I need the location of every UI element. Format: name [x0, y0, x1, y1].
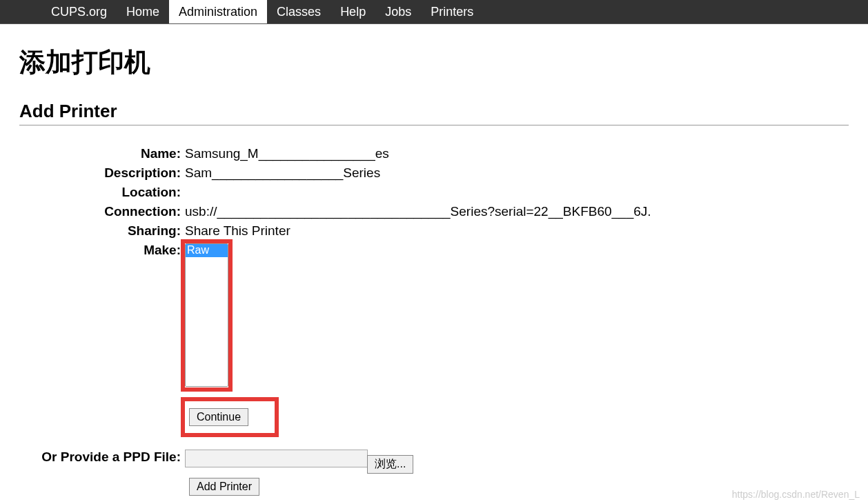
nav-printers[interactable]: Printers: [421, 0, 483, 23]
make-select[interactable]: Raw: [185, 243, 228, 387]
nav-help[interactable]: Help: [331, 0, 375, 23]
value-connection: usb://________________________________Se…: [185, 204, 849, 219]
label-connection: Connection:: [19, 204, 185, 219]
label-ppd: Or Provide a PPD File:: [19, 450, 185, 465]
row-connection: Connection: usb://______________________…: [19, 204, 849, 219]
top-navbar: CUPS.org Home Administration Classes Hel…: [0, 0, 868, 24]
row-name: Name: Samsung_M________________es: [19, 146, 849, 161]
nav-cups-org[interactable]: CUPS.org: [41, 0, 117, 23]
continue-button[interactable]: Continue: [189, 408, 248, 426]
row-continue: Continue: [181, 397, 849, 437]
row-ppd: Or Provide a PPD File: 浏览...: [19, 450, 849, 474]
make-highlight-box: Raw: [181, 239, 233, 392]
add-printer-button[interactable]: Add Printer: [189, 478, 259, 496]
nav-jobs[interactable]: Jobs: [375, 0, 421, 23]
row-description: Description: Sam__________________Series: [19, 165, 849, 181]
browse-button[interactable]: 浏览...: [367, 455, 413, 474]
label-location: Location:: [19, 185, 185, 200]
page-title-cn: 添加打印机: [19, 45, 849, 80]
page-title-en: Add Printer: [19, 101, 849, 125]
label-sharing: Sharing:: [19, 223, 185, 239]
row-sharing: Sharing: Share This Printer: [19, 223, 849, 239]
page-content: 添加打印机 Add Printer Name: Samsung_M_______…: [0, 24, 868, 504]
nav-classes[interactable]: Classes: [267, 0, 331, 23]
value-description: Sam__________________Series: [185, 165, 849, 181]
value-ppd: 浏览...: [185, 450, 849, 474]
add-printer-form: Name: Samsung_M________________es Descri…: [19, 146, 849, 496]
continue-highlight-box: Continue: [181, 397, 279, 437]
label-name: Name:: [19, 146, 185, 161]
value-sharing: Share This Printer: [185, 223, 849, 239]
label-make: Make:: [19, 243, 185, 258]
row-location: Location:: [19, 185, 849, 200]
row-make: Make: Raw: [19, 243, 849, 392]
label-description: Description:: [19, 165, 185, 181]
nav-home[interactable]: Home: [117, 0, 169, 23]
value-make-container: Raw: [185, 243, 849, 392]
make-option-raw[interactable]: Raw: [186, 244, 228, 257]
nav-administration[interactable]: Administration: [169, 0, 267, 23]
value-name: Samsung_M________________es: [185, 146, 849, 161]
watermark-text: https://blog.csdn.net/Reven_L: [732, 489, 860, 500]
ppd-file-input[interactable]: [185, 450, 368, 467]
